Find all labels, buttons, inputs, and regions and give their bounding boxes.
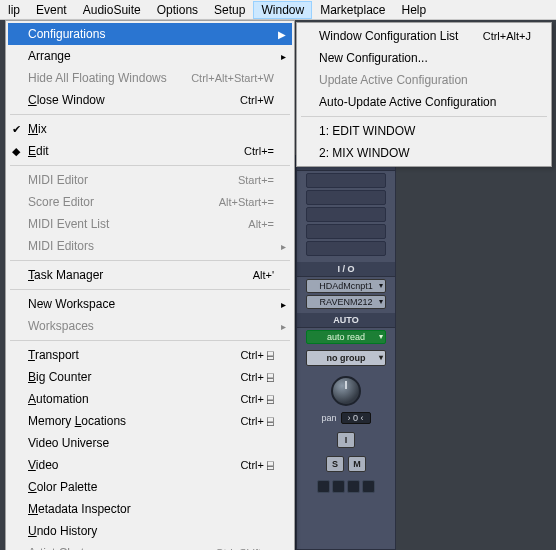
menu-workspaces: Workspaces ▸ — [8, 315, 292, 337]
menu-shortcut: Ctrl+= — [244, 145, 288, 157]
send-slot[interactable] — [306, 241, 386, 256]
submenu-arrow-icon: ▸ — [281, 241, 286, 252]
num-cell[interactable] — [347, 480, 360, 493]
menu-transport[interactable]: Transport Ctrl+ ⌸ — [8, 344, 292, 366]
menu-label: Score Editor — [28, 195, 219, 209]
menu-window[interactable]: Window — [253, 1, 312, 19]
menu-label: Hide All Floating Windows — [28, 71, 191, 85]
menu-shortcut: Start+= — [238, 174, 288, 186]
menu-label: Auto-Update Active Configuration — [319, 95, 545, 109]
menu-config-preset-2[interactable]: 2: MIX WINDOW — [299, 142, 549, 164]
check-icon: ✔ — [12, 123, 21, 136]
pan-knob[interactable] — [331, 376, 361, 406]
menu-window-config-list[interactable]: Window Configuration List Ctrl+Alt+J — [299, 25, 549, 47]
menu-shortcut: Ctrl+ ⌸ — [240, 371, 288, 383]
menu-mix[interactable]: ✔ Mix — [8, 118, 292, 140]
group-selector[interactable]: no group — [306, 350, 386, 366]
menu-clip[interactable]: lip — [0, 1, 28, 19]
menu-label: Big Counter — [28, 370, 240, 384]
menu-label: 1: EDIT WINDOW — [319, 124, 545, 138]
menu-label: Color Palette — [28, 480, 288, 494]
menu-update-active-config: Update Active Configuration — [299, 69, 549, 91]
menu-help[interactable]: Help — [394, 1, 435, 19]
menu-label: Mix — [28, 122, 288, 136]
menu-shortcut: Ctrl+ ⌸ — [240, 415, 288, 427]
menu-label: Memory Locations — [28, 414, 240, 428]
menu-label: Arrange — [28, 49, 288, 63]
menu-label: Undo History — [28, 524, 288, 538]
menu-close-window[interactable]: Close Window Ctrl+W — [8, 89, 292, 111]
menu-options[interactable]: Options — [149, 1, 206, 19]
menu-memory-locations[interactable]: Memory Locations Ctrl+ ⌸ — [8, 410, 292, 432]
menu-label: Video — [28, 458, 240, 472]
menubar: lip Event AudioSuite Options Setup Windo… — [0, 0, 556, 20]
num-cell[interactable] — [332, 480, 345, 493]
menu-shortcut: Ctrl+Alt+J — [483, 30, 545, 42]
auto-header: AUTO — [297, 313, 395, 328]
pan-label: pan — [321, 413, 336, 423]
menu-shortcut: Ctrl+ ⌸ — [240, 349, 288, 361]
menu-label: Window Configuration List — [319, 29, 483, 43]
menu-label: New Configuration... — [319, 51, 545, 65]
menu-label: MIDI Event List — [28, 217, 248, 231]
send-slot[interactable] — [306, 190, 386, 205]
submenu-arrow-icon: ▸ — [281, 51, 286, 62]
menu-arrange[interactable]: Arrange ▸ — [8, 45, 292, 67]
menu-separator — [10, 340, 290, 341]
numeric-pad — [317, 480, 375, 493]
menu-label: MIDI Editors — [28, 239, 288, 253]
input-monitor-button[interactable]: I — [337, 432, 355, 448]
menu-config-preset-1[interactable]: 1: EDIT WINDOW — [299, 120, 549, 142]
menu-label: Video Universe — [28, 436, 288, 450]
diamond-icon: ◆ — [12, 145, 20, 158]
menu-new-workspace[interactable]: New Workspace ▸ — [8, 293, 292, 315]
pan-readout: pan › 0 ‹ — [321, 412, 370, 424]
menu-separator — [10, 260, 290, 261]
menu-label: Edit — [28, 144, 244, 158]
menu-undo-history[interactable]: Undo History — [8, 520, 292, 542]
menu-hide-floating: Hide All Floating Windows Ctrl+Alt+Start… — [8, 67, 292, 89]
menu-new-configuration[interactable]: New Configuration... — [299, 47, 549, 69]
menu-marketplace[interactable]: Marketplace — [312, 1, 393, 19]
menu-audiosuite[interactable]: AudioSuite — [75, 1, 149, 19]
menu-midi-editor: MIDI Editor Start+= — [8, 169, 292, 191]
solo-button[interactable]: S — [326, 456, 344, 472]
menu-setup[interactable]: Setup — [206, 1, 253, 19]
send-slot[interactable] — [306, 207, 386, 222]
menu-automation[interactable]: Automation Ctrl+ ⌸ — [8, 388, 292, 410]
menu-artist-chat: Artist Chat Ctrl+Shift+= — [8, 542, 292, 550]
menu-separator — [10, 289, 290, 290]
menu-video[interactable]: Video Ctrl+ ⌸ — [8, 454, 292, 476]
automation-mode-selector[interactable]: auto read — [306, 330, 386, 344]
menu-edit[interactable]: ◆ Edit Ctrl+= — [8, 140, 292, 162]
menu-label: Transport — [28, 348, 240, 362]
mute-button[interactable]: M — [348, 456, 366, 472]
send-slot[interactable] — [306, 173, 386, 188]
menu-label: Configurations — [28, 27, 288, 41]
menu-label: Workspaces — [28, 319, 288, 333]
menu-label: MIDI Editor — [28, 173, 238, 187]
menu-configurations[interactable]: Configurations ▶ — [8, 23, 292, 45]
menu-auto-update-active-config[interactable]: Auto-Update Active Configuration — [299, 91, 549, 113]
window-menu-dropdown: Configurations ▶ Arrange ▸ Hide All Floa… — [5, 20, 295, 550]
menu-separator — [301, 116, 547, 117]
menu-label: Artist Chat — [28, 546, 216, 550]
menu-score-editor: Score Editor Alt+Start+= — [8, 191, 292, 213]
num-cell[interactable] — [317, 480, 330, 493]
num-cell[interactable] — [362, 480, 375, 493]
menu-label: New Workspace — [28, 297, 288, 311]
menu-separator — [10, 165, 290, 166]
menu-midi-editors: MIDI Editors ▸ — [8, 235, 292, 257]
menu-task-manager[interactable]: Task Manager Alt+' — [8, 264, 292, 286]
io-header: I / O — [297, 262, 395, 277]
io-output-selector[interactable]: RAVENM212 — [306, 295, 386, 309]
menu-big-counter[interactable]: Big Counter Ctrl+ ⌸ — [8, 366, 292, 388]
io-input-selector[interactable]: HDAdMcnpt1 — [306, 279, 386, 293]
menu-event[interactable]: Event — [28, 1, 75, 19]
menu-metadata-inspector[interactable]: Metadata Inspector — [8, 498, 292, 520]
menu-shortcut: Alt+Start+= — [219, 196, 288, 208]
menu-video-universe[interactable]: Video Universe — [8, 432, 292, 454]
submenu-arrow-icon: ▶ — [278, 29, 286, 40]
menu-color-palette[interactable]: Color Palette — [8, 476, 292, 498]
send-slot[interactable] — [306, 224, 386, 239]
